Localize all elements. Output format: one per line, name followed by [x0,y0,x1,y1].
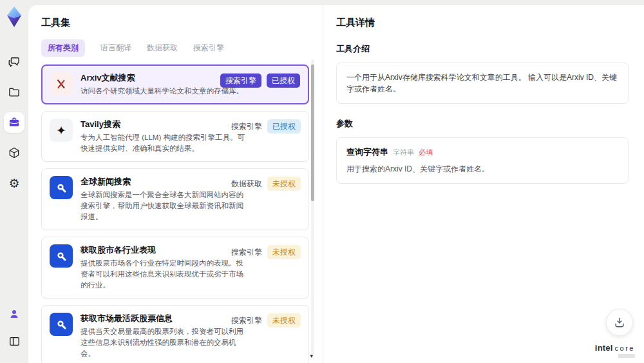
param-header-row: 查询字符串 字符串 必填 [346,146,618,158]
tool-card-active-stocks[interactable]: 获取市场最活跃股票信息 提供当天交易量最高的股票列表，投资者可以利用这些信息来识… [41,305,309,363]
tool-card-sector-performance[interactable]: 获取股市各行业表现 提供股票市场各个行业在特定时间段内的表现。投资者可以利用这些… [41,237,309,299]
param-description: 用于搜索的Arxiv ID、关键字或作者姓名。 [346,164,618,175]
intel-logo-subtext [618,354,635,358]
category-badge: 搜索引擎 [220,74,261,88]
tab-data-fetch[interactable]: 数据获取 [147,43,178,54]
auth-badge: 未授权 [267,245,301,259]
sidebar-item-collapse[interactable] [4,331,24,351]
arxiv-icon [50,72,73,95]
intro-section-title: 工具介绍 [336,43,629,55]
intel-core-logo: intel core [595,343,635,358]
user-icon [8,308,20,320]
param-name: 查询字符串 [346,146,388,158]
search-blue-icon [50,244,73,268]
search-blue-icon [50,313,73,336]
scroll-down-indicator[interactable]: ▾ [310,353,313,359]
tool-detail-pane: 工具详情 工具介绍 一个用于从Arxiv存储库搜索科学论文和文章的工具。 输入可… [323,5,644,363]
chat-icon [8,55,21,68]
category-tabs: 所有类别 语言翻译 数据获取 搜索引擎 [41,39,323,57]
sidebar-item-settings[interactable]: ⚙ [4,173,24,193]
app-logo-gem-icon [4,5,24,28]
main-panel: 工具集 所有类别 语言翻译 数据获取 搜索引擎 A [28,5,644,363]
download-button[interactable] [606,309,633,336]
folder-icon [8,86,21,99]
sidebar: ⚙ [0,0,28,363]
params-section-title: 参数 [336,118,629,130]
tool-name: 获取股市各行业表现 [80,244,249,256]
tool-description: 提供股票市场各个行业在特定时间段内的表现。投资者可以利用这些信息来识别表现优于或… [80,258,249,291]
sidebar-item-account[interactable] [4,304,24,324]
category-label: 搜索引擎 [231,317,262,324]
auth-badge: 已授权 [267,119,301,133]
category-label: 数据获取 [231,180,262,188]
tool-description: 专为人工智能代理 (LLM) 构建的搜索引擎工具。可快速提供实时、准确和真实的结… [80,132,249,154]
tool-description: 提供当天交易量最高的股票列表，投资者可以利用这些信息来识别流动性强的股票和潜在的… [80,326,249,359]
tool-card-list: Arxiv文献搜索 访问各个研究领域大量科学论文和文章的存储库。 搜索引擎 已授… [41,64,309,363]
category-label: 搜索引擎 [231,248,262,256]
tool-description: 全球新闻搜索是一个聚合全球各大新闻网站内容的搜索引擎，帮助用户快速获取全球最新资… [80,190,249,222]
sidebar-item-tools[interactable] [4,112,24,133]
param-required-badge: 必填 [419,148,433,157]
tool-name: Tavily搜索 [80,119,249,130]
intro-text: 一个用于从Arxiv存储库搜索科学论文和文章的工具。 输入可以是Arxiv ID… [346,72,618,95]
tool-card-global-news[interactable]: 全球新闻搜索 全球新闻搜索是一个聚合全球各大新闻网站内容的搜索引擎，帮助用户快速… [41,168,309,230]
core-wordmark: core [615,344,635,352]
tab-all-categories[interactable]: 所有类别 [41,39,85,57]
tool-name: 获取市场最活跃股票信息 [80,313,249,324]
detail-title: 工具详情 [336,17,629,29]
sidebar-item-chat[interactable] [4,52,24,72]
panel-toggle-icon [8,335,21,348]
tool-card-arxiv[interactable]: Arxiv文献搜索 访问各个研究领域大量科学论文和文章的存储库。 搜索引擎 已授… [41,64,309,104]
tool-name: 全球新闻搜索 [80,176,249,188]
package-icon [8,146,21,159]
app-root: ⚙ [0,0,644,363]
search-blue-icon [50,176,73,199]
intel-wordmark: intel [595,343,613,353]
list-scrollbar-thumb[interactable] [311,64,314,201]
tab-search-engine[interactable]: 搜索引擎 [193,43,224,54]
tool-card-tavily[interactable]: ✦ Tavily搜索 专为人工智能代理 (LLM) 构建的搜索引擎工具。可快速提… [41,111,309,162]
tab-language-translation[interactable]: 语言翻译 [100,43,131,54]
param-box: 查询字符串 字符串 必填 用于搜索的Arxiv ID、关键字或作者姓名。 [336,137,629,184]
download-icon [613,316,626,329]
auth-badge: 未授权 [267,177,301,191]
auth-badge: 未授权 [267,313,301,328]
briefcase-icon [8,116,21,129]
intro-box: 一个用于从Arxiv存储库搜索科学论文和文章的工具。 输入可以是Arxiv ID… [336,63,629,104]
sidebar-item-files[interactable] [4,82,24,103]
settings-gear-icon: ⚙ [8,177,19,190]
tool-list-pane: 工具集 所有类别 语言翻译 数据获取 搜索引擎 A [28,5,323,363]
auth-badge: 已授权 [267,74,300,88]
sidebar-item-packages[interactable] [4,142,24,163]
list-scrollbar[interactable] [311,59,314,354]
page-title: 工具集 [41,17,323,29]
param-type: 字符串 [393,148,414,157]
sparkle-icon: ✦ [50,119,73,142]
sidebar-nav: ⚙ [4,52,24,193]
sidebar-bottom [4,304,24,351]
category-label: 搜索引擎 [231,123,262,130]
